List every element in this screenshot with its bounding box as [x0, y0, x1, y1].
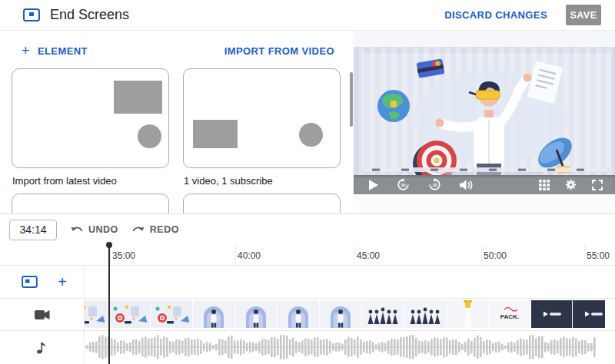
replay-10-button[interactable]: 10	[397, 178, 410, 191]
filmstrip-thumbnail-dark[interactable]	[531, 300, 572, 328]
template-card-1video-1subscribe[interactable]	[183, 68, 341, 168]
import-from-video-button[interactable]: IMPORT FROM VIDEO	[224, 45, 334, 57]
video-track-filmstrip[interactable]: PACK.	[85, 299, 615, 330]
ruler-time-label: 45:00	[357, 250, 380, 261]
play-button[interactable]	[369, 180, 378, 190]
redo-icon	[132, 226, 145, 234]
template-card-label: 1 video, 1 subscribe	[183, 168, 341, 194]
volume-icon[interactable]	[460, 180, 473, 190]
end-screen-track-header: +	[0, 266, 85, 298]
subscribe-element-placeholder	[138, 124, 161, 148]
filmstrip-thumbnail-arch[interactable]	[278, 300, 319, 328]
end-screen-track[interactable]	[85, 266, 615, 298]
ruler-time-label: 35:00	[112, 250, 135, 261]
filmstrip-thumbnail-dark[interactable]	[573, 300, 605, 328]
undo-button[interactable]: UNDO	[71, 224, 118, 235]
template-card-label: Import from latest video	[12, 168, 169, 194]
ruler-time-label: 55:00	[587, 250, 610, 261]
video-element-placeholder	[114, 81, 162, 114]
save-button[interactable]: SAVE	[566, 5, 601, 25]
template-card-partial[interactable]	[12, 194, 169, 213]
filmstrip-thumbnail-trophy[interactable]	[447, 300, 488, 328]
playhead[interactable]	[108, 245, 110, 364]
video-illustration	[354, 47, 615, 175]
add-element-track-button[interactable]: +	[58, 274, 67, 290]
filmstrip-thumbnail-arch[interactable]	[320, 300, 361, 328]
grid-view-button[interactable]	[539, 180, 550, 190]
end-screens-editor: End Screens DISCARD CHANGES SAVE + ELEME…	[0, 0, 615, 364]
ruler-time-label: 50:00	[484, 250, 507, 261]
element-panel: + ELEMENT IMPORT FROM VIDEO Import from …	[0, 31, 354, 213]
filmstrip-thumbnail-crowd[interactable]	[404, 300, 446, 328]
timeline-ruler[interactable]: 35:0040:0045:0050:0055:00	[0, 245, 615, 266]
undo-label: UNDO	[88, 224, 118, 235]
filmstrip-thumbnail-crowd[interactable]	[362, 300, 404, 328]
filmstrip-thumbnail-pack[interactable]: PACK.	[489, 300, 530, 328]
add-element-label: ELEMENT	[38, 45, 88, 57]
template-card-partial[interactable]	[183, 194, 341, 213]
discard-changes-button[interactable]: DISCARD CHANGES	[444, 9, 547, 21]
redo-button[interactable]: REDO	[132, 224, 179, 235]
add-element-button[interactable]: + ELEMENT	[22, 44, 88, 58]
filmstrip-thumbnail-arch[interactable]	[235, 300, 277, 328]
timeline: 34:14 UNDO REDO 35:0040:0045:0050:0055:0…	[0, 213, 615, 364]
filmstrip-thumbnail-vr[interactable]	[85, 300, 108, 328]
music-note-icon	[37, 341, 47, 354]
timecode-input[interactable]: 34:14	[9, 220, 57, 240]
player-controls-bar: 10 10	[354, 175, 615, 194]
svg-text:10: 10	[432, 183, 437, 187]
end-screen-icon	[22, 276, 38, 288]
undo-icon	[71, 226, 83, 234]
header: End Screens DISCARD CHANGES SAVE	[0, 0, 615, 31]
end-screen-icon	[23, 8, 40, 22]
plus-icon: +	[22, 44, 30, 58]
ruler-tick	[354, 245, 355, 265]
video-frame-top	[354, 31, 615, 47]
redo-label: REDO	[150, 224, 179, 235]
filmstrip-thumbnail-vr[interactable]	[108, 300, 150, 328]
ruler-tick	[110, 245, 111, 265]
template-cards: Import from latest video 1 video, 1 subs…	[12, 68, 354, 213]
video-preview: 10 10	[354, 31, 615, 213]
ruler-tick	[584, 245, 585, 265]
svg-text:10: 10	[401, 183, 405, 187]
forward-10-button[interactable]: 10	[428, 178, 441, 191]
panel-scrollbar[interactable]	[350, 72, 353, 127]
video-camera-icon	[35, 309, 50, 320]
filmstrip-thumbnail-vr[interactable]	[151, 300, 192, 328]
fullscreen-button[interactable]	[592, 180, 603, 190]
settings-gear-icon[interactable]	[565, 179, 577, 190]
ruler-tick	[235, 245, 236, 265]
video-viewport[interactable]	[354, 47, 615, 175]
audio-track-header	[0, 331, 85, 364]
video-element-placeholder	[193, 120, 238, 148]
import-from-video-label: IMPORT FROM VIDEO	[224, 45, 334, 57]
page-title: End Screens	[50, 7, 129, 23]
ruler-time-label: 40:00	[238, 250, 261, 261]
filmstrip-thumbnail-arch[interactable]	[193, 300, 234, 328]
template-card-import-latest[interactable]	[12, 68, 169, 168]
audio-track-waveform[interactable]	[85, 331, 615, 364]
video-track-header	[0, 299, 85, 330]
subscribe-element-placeholder	[299, 123, 323, 147]
svg-text:PACK.: PACK.	[500, 313, 519, 320]
ruler-tick	[481, 245, 482, 265]
